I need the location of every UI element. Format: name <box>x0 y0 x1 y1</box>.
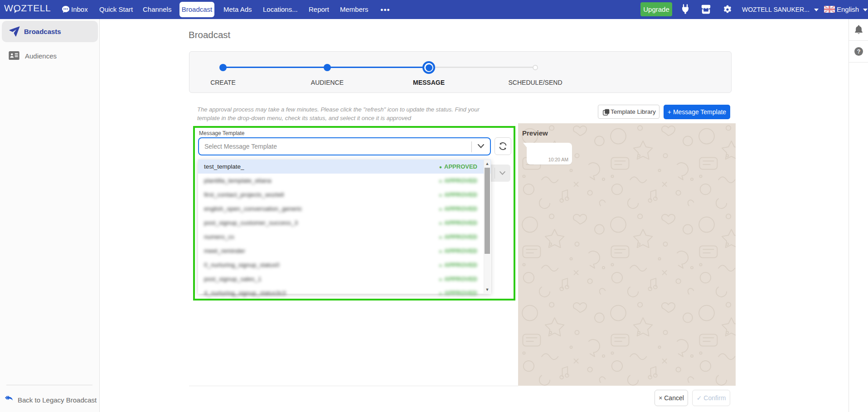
svg-text:?: ? <box>857 48 861 55</box>
